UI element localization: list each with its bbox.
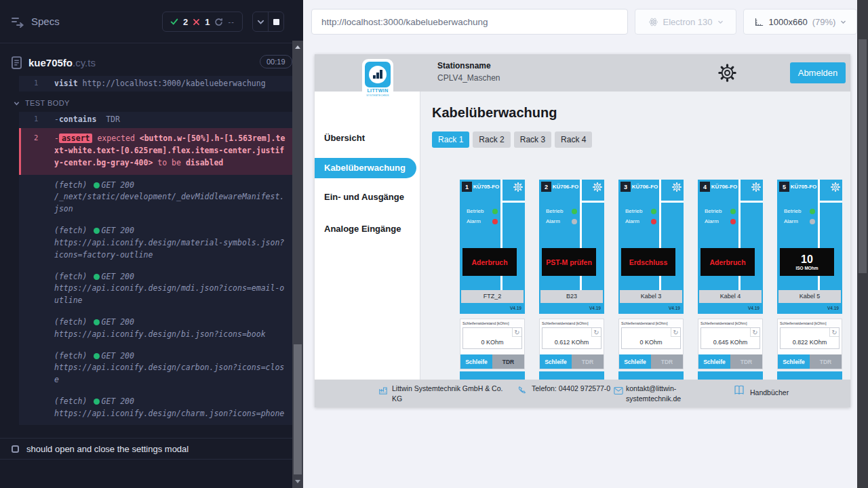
- electron-icon: [648, 17, 658, 27]
- viewport-size-select[interactable]: 1000x660 (79%): [743, 9, 857, 35]
- tab-rack-3[interactable]: Rack 3: [514, 131, 551, 148]
- refresh-icon[interactable]: ↻: [671, 328, 680, 337]
- tdr-button[interactable]: TDR: [651, 354, 683, 369]
- browser-select[interactable]: Electron 130: [635, 9, 736, 35]
- refresh-icon[interactable]: ↻: [512, 328, 521, 337]
- module-card-4: 4 KÜ706-FO Betrieb Alarm Aderbruch Kabel…: [698, 180, 763, 380]
- alarm-led-icon: [810, 219, 815, 224]
- tdr-button[interactable]: TDR: [730, 354, 762, 369]
- tdr-button[interactable]: TDR: [492, 354, 524, 369]
- refresh-icon[interactable]: ↻: [750, 328, 760, 337]
- spec-row[interactable]: kue705fo.cy.ts 00:19: [0, 52, 292, 75]
- schleife-button[interactable]: Schleife: [540, 354, 572, 369]
- reporter-scrollbar-thumb[interactable]: [294, 344, 302, 474]
- schleife-button[interactable]: Schleife: [460, 354, 492, 369]
- measurement-panel: Schleifenwiderstand [kOhm] ↻ 0 KOhm Schl…: [460, 319, 525, 369]
- collapse-chevron-button[interactable]: [253, 12, 269, 31]
- sidebar-item-uebersicht[interactable]: Übersicht: [324, 133, 365, 143]
- cable-name: Kabel 3: [620, 290, 682, 303]
- fetch-log-row[interactable]: (fetch)GET 200https://api.iconify.design…: [19, 266, 292, 312]
- specs-menu-icon[interactable]: [11, 15, 24, 28]
- reporter-scrollbar[interactable]: [292, 41, 303, 488]
- assert-tobe: to be: [157, 158, 181, 167]
- spec-duration-badge: 00:19: [260, 55, 292, 68]
- measurement-panel: Schleifenwiderstand [kOhm] ↻ 0 KOhm Schl…: [618, 319, 684, 369]
- schleife-button[interactable]: Schleife: [698, 354, 730, 369]
- alarm-led-icon: [651, 219, 656, 224]
- scroll-up-arrow[interactable]: [295, 45, 300, 49]
- module-settings-gear-icon[interactable]: [751, 182, 761, 192]
- status-display: PST-M prüfen: [542, 248, 596, 276]
- cable-name: FTZ_2: [461, 290, 524, 303]
- tab-rack-2[interactable]: Rack 2: [473, 131, 510, 148]
- module-lower-section: [698, 371, 763, 380]
- test-body-header[interactable]: TEST BODY: [14, 99, 292, 107]
- footer-company: Littwin Systemtechnik GmbH & Co. KG: [392, 384, 511, 404]
- schleife-button[interactable]: Schleife: [778, 354, 810, 369]
- contains-command-row[interactable]: 1-contains TDR: [19, 112, 292, 127]
- module-lower-section: [539, 371, 604, 380]
- module-actions: Schleife TDR: [540, 354, 604, 369]
- settings-gear-icon[interactable]: [718, 64, 736, 82]
- fetch-log-row[interactable]: (fetch)GET 200/_next/static/development/…: [19, 175, 292, 220]
- line-number: 1: [34, 114, 38, 125]
- failed-assert-row[interactable]: 2-assert expected <button.w-[50%].h-[1.5…: [19, 128, 292, 175]
- tab-rack-4[interactable]: Rack 4: [555, 131, 592, 148]
- email-icon: [614, 386, 623, 395]
- assert-expected: expected: [97, 134, 134, 143]
- resistance-label: Schleifenwiderstand [kOhm]: [780, 321, 826, 325]
- module-lower-section: [777, 371, 842, 380]
- module-settings-gear-icon[interactable]: [593, 182, 602, 192]
- test-body-block: 1-contains TDR 2-assert expected <button…: [19, 112, 292, 424]
- next-test-row[interactable]: should open and close the settings modal: [0, 438, 292, 460]
- footer-manuals-link[interactable]: Handbücher: [750, 388, 789, 398]
- betrieb-led-icon: [730, 209, 736, 214]
- fetch-url: https://api.iconify.design/carbon.json?i…: [54, 363, 284, 384]
- assert-state: disabled: [186, 158, 223, 167]
- module-settings-gear-icon[interactable]: [513, 182, 523, 192]
- logout-button[interactable]: Abmelden: [790, 62, 846, 83]
- refresh-icon[interactable]: ↻: [829, 328, 839, 337]
- fetch-url: /_next/static/development/_devMiddleware…: [54, 192, 284, 214]
- module-settings-gear-icon[interactable]: [831, 182, 840, 192]
- betrieb-led-icon: [572, 209, 577, 214]
- tdr-button[interactable]: TDR: [572, 354, 604, 369]
- pending-icon: [214, 18, 223, 26]
- reporter-header: Specs 2 1 --: [0, 0, 292, 43]
- module-card-2: 2 KÜ706-FO Betrieb Alarm PST-M prüfen B2…: [539, 180, 604, 380]
- fetch-log-row[interactable]: (fetch)GET 200https://api.iconify.design…: [19, 220, 292, 266]
- module-settings-gear-icon[interactable]: [672, 182, 682, 192]
- stop-button[interactable]: [269, 12, 283, 31]
- tdr-button[interactable]: TDR: [810, 354, 842, 369]
- module-card-3: 3 KÜ706-FO Betrieb Alarm Erdschluss Kabe…: [618, 180, 684, 380]
- schleife-button[interactable]: Schleife: [619, 354, 651, 369]
- module-title: KÜ705-FO: [472, 184, 500, 190]
- tab-rack-1[interactable]: Rack 1: [432, 131, 469, 148]
- fetch-log-row[interactable]: (fetch)GET 200https://api.iconify.design…: [19, 312, 292, 346]
- fetch-log-row[interactable]: (fetch)GET 200https://api.iconify.design…: [19, 391, 292, 425]
- module-front: 3 KÜ706-FO Betrieb Alarm Erdschluss Kabe…: [618, 180, 684, 314]
- sidebar-item-ein-und-ausgaenge[interactable]: Ein- und Ausgänge: [324, 192, 404, 202]
- resistance-value: 0 KOhm: [622, 339, 680, 346]
- chevron-down-icon: [14, 100, 20, 106]
- window-scrollbar[interactable]: [857, 0, 868, 488]
- visit-command-row[interactable]: 1 visit http://localhost:3000/kabelueber…: [19, 76, 292, 92]
- app-sidebar: Übersicht Kabelüberwachung Ein- und Ausg…: [315, 92, 420, 380]
- betrieb-led-icon: [810, 209, 815, 214]
- sidebar-item-analoge-eingaenge[interactable]: Analoge Eingänge: [324, 224, 401, 234]
- status-text: Aderbruch: [471, 258, 507, 266]
- specs-label[interactable]: Specs: [31, 16, 60, 27]
- fetch-log-row[interactable]: (fetch)GET 200https://api.iconify.design…: [19, 346, 292, 391]
- window-scrollbar-thumb[interactable]: [859, 39, 867, 273]
- refresh-icon[interactable]: ↻: [591, 328, 601, 337]
- test-stats: 2 1 --: [162, 12, 243, 32]
- prelude-block: 1 visit http://localhost:3000/kabelueber…: [19, 76, 292, 92]
- viewport-size: 1000x660: [769, 17, 808, 27]
- status-ok-dot: [94, 228, 100, 234]
- footer-email[interactable]: kontakt@littwin-systemtechnik.de: [626, 384, 694, 404]
- scroll-down-arrow[interactable]: [295, 480, 300, 483]
- sidebar-item-kabelueberwachung-active[interactable]: Kabelüberwachung: [315, 158, 416, 178]
- module-front: 4 KÜ706-FO Betrieb Alarm Aderbruch Kabel…: [698, 180, 763, 314]
- resistance-value: 0.612 KOhm: [542, 339, 601, 346]
- url-input[interactable]: [311, 9, 628, 35]
